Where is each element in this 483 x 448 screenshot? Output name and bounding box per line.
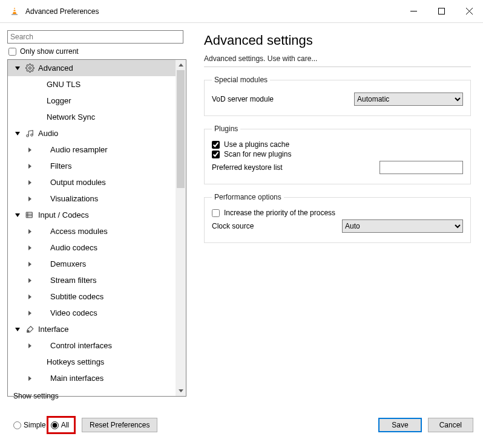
- chevron-down-icon[interactable]: [13, 210, 22, 220]
- show-settings-label: Show settings: [13, 392, 59, 400]
- chevron-right-icon[interactable]: [25, 178, 34, 187]
- right-panel: Advanced settings Advanced settings. Use…: [191, 23, 483, 407]
- clock-source-label: Clock source: [212, 222, 342, 230]
- tree-node-subtitle-codecs[interactable]: Subtitle codecs: [8, 288, 186, 305]
- group-special-modules: Special modules VoD server module Automa…: [204, 76, 471, 116]
- tree-node-interface[interactable]: Interface: [8, 321, 186, 337]
- svg-marker-17: [179, 389, 183, 392]
- tree-node-demuxers[interactable]: Demuxers: [8, 256, 186, 272]
- page-heading: Advanced settings: [204, 33, 471, 48]
- window-title: Advanced Preferences: [25, 7, 99, 16]
- cancel-button[interactable]: Cancel: [428, 418, 473, 432]
- tree-node-audio[interactable]: Audio: [8, 125, 186, 141]
- radio-all-input[interactable]: [51, 421, 59, 429]
- group-plugins: Plugins Use a plugins cache Scan for new…: [204, 125, 471, 184]
- tree-node-stream-filters[interactable]: Stream filters: [8, 272, 186, 288]
- tree-node-network-sync[interactable]: Network Sync: [8, 109, 186, 125]
- scan-new-plugins-input[interactable]: [212, 151, 220, 158]
- svg-point-9: [27, 134, 29, 137]
- tree-scrollbar[interactable]: [176, 60, 186, 396]
- svg-rect-15: [27, 330, 28, 332]
- group-legend: Special modules: [212, 76, 270, 84]
- chevron-right-icon[interactable]: [25, 194, 34, 204]
- tree-node-main-interfaces[interactable]: Main interfaces: [8, 370, 186, 386]
- use-plugins-cache-checkbox[interactable]: Use a plugins cache: [212, 140, 463, 149]
- highlight-box: All: [47, 416, 76, 434]
- group-legend: Plugins: [212, 125, 240, 133]
- scan-new-plugins-checkbox[interactable]: Scan for new plugins: [212, 150, 463, 158]
- close-button[interactable]: [455, 2, 483, 21]
- svg-rect-3: [12, 14, 18, 15]
- reset-preferences-button[interactable]: Reset Preferences: [82, 418, 157, 432]
- radio-simple[interactable]: Simple: [13, 421, 46, 429]
- chevron-down-icon[interactable]: [13, 129, 22, 138]
- use-plugins-cache-input[interactable]: [212, 141, 220, 149]
- increase-priority-input[interactable]: [212, 209, 220, 217]
- search-input[interactable]: [7, 30, 183, 44]
- tree-label: Advanced: [38, 63, 73, 73]
- radio-simple-input[interactable]: [13, 421, 21, 429]
- chevron-right-icon[interactable]: [25, 308, 34, 318]
- chevron-right-icon[interactable]: [25, 259, 34, 269]
- vod-label: VoD server module: [212, 95, 354, 103]
- only-show-current-label: Only show current: [20, 47, 79, 56]
- chevron-right-icon[interactable]: [25, 292, 34, 302]
- chevron-right-icon[interactable]: [25, 145, 34, 155]
- only-show-current-checkbox[interactable]: Only show current: [8, 47, 191, 56]
- svg-rect-11: [26, 212, 32, 218]
- svg-marker-16: [179, 63, 183, 67]
- scroll-thumb[interactable]: [177, 70, 185, 188]
- tree-node-video-codecs[interactable]: Video codecs: [8, 305, 186, 321]
- chevron-right-icon[interactable]: [25, 243, 34, 253]
- tree-node-logger[interactable]: Logger: [8, 93, 186, 109]
- svg-point-10: [31, 134, 33, 136]
- footer: Show settings Simple All Reset Preferenc…: [0, 407, 483, 443]
- chevron-right-icon[interactable]: [25, 374, 34, 383]
- window-controls: [399, 2, 483, 21]
- tree-node-audio-resampler[interactable]: Audio resampler: [8, 141, 186, 158]
- scroll-up-button[interactable]: [176, 60, 186, 70]
- chevron-right-icon[interactable]: [25, 341, 34, 351]
- tree-node-input-codecs[interactable]: Input / Codecs: [8, 207, 186, 223]
- tree-node-hotkeys-settings[interactable]: Hotkeys settings: [8, 354, 186, 370]
- title-bar: Advanced Preferences: [0, 0, 483, 23]
- codec-icon: [24, 211, 36, 219]
- tree-node-gnu-tls[interactable]: GNU TLS: [8, 76, 186, 93]
- brush-icon: [24, 325, 36, 334]
- chevron-down-icon[interactable]: [13, 325, 22, 334]
- vod-select[interactable]: Automatic: [354, 93, 463, 106]
- group-performance: Performance options Increase the priorit…: [204, 193, 471, 243]
- tree-node-output-modules[interactable]: Output modules: [8, 174, 186, 190]
- scroll-down-button[interactable]: [176, 386, 186, 396]
- gear-icon: [24, 63, 36, 73]
- svg-rect-5: [438, 8, 444, 15]
- tree-node-advanced[interactable]: Advanced: [8, 60, 186, 76]
- svg-rect-2: [13, 11, 16, 12]
- only-show-current-input[interactable]: [8, 48, 16, 56]
- group-legend: Performance options: [212, 193, 284, 201]
- save-button[interactable]: Save: [378, 418, 421, 432]
- chevron-down-icon[interactable]: [13, 63, 22, 73]
- music-note-icon: [24, 129, 36, 138]
- radio-all[interactable]: All: [51, 421, 69, 429]
- tree-node-access-modules[interactable]: Access modules: [8, 223, 186, 239]
- chevron-right-icon[interactable]: [25, 276, 34, 285]
- svg-marker-0: [13, 7, 16, 14]
- vlc-cone-icon: [10, 7, 19, 16]
- increase-priority-checkbox[interactable]: Increase the priority of the process: [212, 209, 463, 217]
- tree-node-filters[interactable]: Filters: [8, 158, 186, 174]
- tree-node-audio-codecs[interactable]: Audio codecs: [8, 239, 186, 256]
- chevron-right-icon[interactable]: [25, 161, 34, 171]
- left-panel: Only show current Advanced GNU TLS Logge…: [0, 23, 191, 407]
- clock-source-select[interactable]: Auto: [342, 219, 463, 233]
- page-subtitle: Advanced settings. Use with care...: [204, 54, 471, 67]
- keystore-input[interactable]: [380, 161, 463, 174]
- svg-point-8: [28, 67, 31, 70]
- chevron-right-icon[interactable]: [25, 227, 34, 236]
- maximize-button[interactable]: [427, 2, 455, 21]
- svg-rect-1: [13, 9, 16, 10]
- tree-node-control-interfaces[interactable]: Control interfaces: [8, 337, 186, 354]
- preferences-tree: Advanced GNU TLS Logger Network Sync Aud…: [7, 59, 186, 397]
- tree-node-visualizations[interactable]: Visualizations: [8, 190, 186, 207]
- minimize-button[interactable]: [399, 2, 427, 21]
